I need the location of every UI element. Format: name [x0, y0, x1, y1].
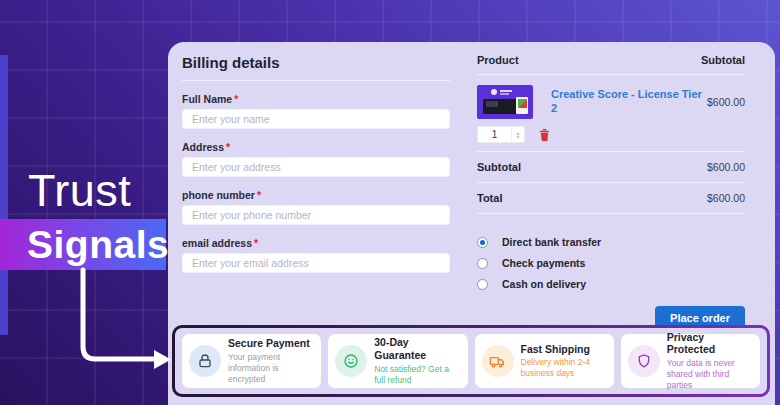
- smiley-icon: [335, 345, 367, 377]
- product-thumbnail: [477, 85, 533, 119]
- phone-label-text: phone number: [182, 189, 255, 201]
- full-name-label: Full Name*: [182, 93, 450, 105]
- quantity-row: 1 ▲ ▼: [477, 126, 745, 143]
- trust-card-title: Fast Shipping: [521, 343, 607, 356]
- spinner-down-icon[interactable]: ▼: [516, 135, 521, 139]
- billing-divider: [182, 80, 450, 81]
- lock-icon: [189, 345, 221, 377]
- subtotal-column-header: Subtotal: [701, 54, 745, 66]
- shield-icon: [628, 345, 660, 377]
- thumbnail-logo-icon: [491, 89, 497, 95]
- radio-unselected-icon[interactable]: [477, 279, 488, 290]
- email-field-group: email address*: [182, 237, 450, 273]
- payment-option-check-payments[interactable]: Check payments: [477, 257, 745, 269]
- subtotal-label: Subtotal: [477, 161, 521, 173]
- trust-card-secure-payment: Secure Payment Your payment information …: [182, 334, 321, 388]
- billing-heading: Billing details: [182, 54, 450, 71]
- required-asterisk: *: [234, 93, 238, 105]
- radio-selected-icon[interactable]: [477, 237, 488, 248]
- thumbnail-side-card-image: [518, 99, 527, 108]
- email-label-text: email address: [182, 237, 252, 249]
- trust-card-title: Secure Payment: [228, 337, 314, 350]
- quantity-value[interactable]: 1: [478, 127, 511, 142]
- trust-signals-inner: Secure Payment Your payment information …: [175, 328, 767, 394]
- address-label-text: Address: [182, 141, 224, 153]
- address-field-group: Address*: [182, 141, 450, 177]
- address-input[interactable]: [182, 157, 450, 177]
- trust-signals-strip: Secure Payment Your payment information …: [172, 325, 770, 397]
- payment-option-cash-on-delivery[interactable]: Cash on delivery: [477, 278, 745, 290]
- payment-option-label: Check payments: [502, 257, 585, 269]
- order-divider: [477, 213, 745, 214]
- product-price: $600.00: [707, 96, 745, 108]
- required-asterisk: *: [226, 141, 230, 153]
- quantity-stepper[interactable]: 1 ▲ ▼: [477, 126, 525, 143]
- phone-label: phone number*: [182, 189, 450, 201]
- full-name-input[interactable]: [182, 109, 450, 129]
- trust-card-subtitle: Your data is never shared with third par…: [667, 358, 753, 391]
- trust-card-title: Privacy Protected: [667, 331, 753, 356]
- trust-card-guarantee: 30-Day Guarantee Not satisfied? Get a fu…: [328, 334, 467, 388]
- quantity-spinner-arrows[interactable]: ▲ ▼: [511, 127, 524, 142]
- total-label: Total: [477, 192, 502, 204]
- product-name-link[interactable]: Creative Score - License Tier 2: [551, 88, 707, 116]
- remove-item-trash-icon[interactable]: [539, 128, 550, 141]
- trust-card-title: 30-Day Guarantee: [374, 336, 460, 361]
- full-name-label-text: Full Name: [182, 93, 232, 105]
- truck-icon: [482, 345, 514, 377]
- full-name-field-group: Full Name*: [182, 93, 450, 129]
- phone-field-group: phone number*: [182, 189, 450, 225]
- required-asterisk: *: [257, 189, 261, 201]
- payment-option-direct-bank-transfer[interactable]: Direct bank transfer: [477, 236, 745, 248]
- payment-methods-group: Direct bank transfer Check payments Cash…: [477, 236, 745, 290]
- hero-gradient-band: Signals: [0, 219, 166, 270]
- email-input[interactable]: [182, 253, 450, 273]
- left-edge-accent-bar: [0, 55, 8, 335]
- radio-unselected-icon[interactable]: [477, 258, 488, 269]
- total-row: Total $600.00: [477, 183, 745, 213]
- order-summary-section: Product Subtotal Creative Score - Licens…: [477, 54, 745, 330]
- product-column-header: Product: [477, 54, 519, 66]
- phone-input[interactable]: [182, 205, 450, 225]
- trust-card-subtitle: Your payment information is encrypted: [228, 352, 314, 385]
- trust-card-subtitle: Delivery within 2-4 business days: [521, 357, 607, 379]
- thumbnail-logo-text: [500, 93, 509, 95]
- total-value: $600.00: [707, 192, 745, 204]
- thumbnail-logo-text: [500, 90, 512, 92]
- trust-card-subtitle: Not satisfied? Get a full refund: [374, 364, 460, 386]
- thumbnail-product-box-detail: [486, 101, 498, 107]
- address-label: Address*: [182, 141, 450, 153]
- order-divider: [477, 74, 745, 75]
- hero-title-line1: Trust: [28, 168, 131, 213]
- product-row: Creative Score - License Tier 2 $600.00: [477, 85, 745, 119]
- billing-details-section: Billing details Full Name* Address* phon…: [182, 54, 450, 273]
- subtotal-row: Subtotal $600.00: [477, 152, 745, 182]
- trust-card-privacy: Privacy Protected Your data is never sha…: [621, 334, 760, 388]
- payment-option-label: Cash on delivery: [502, 278, 586, 290]
- required-asterisk: *: [254, 237, 258, 249]
- email-label: email address*: [182, 237, 450, 249]
- payment-option-label: Direct bank transfer: [502, 236, 601, 248]
- hero-title-line2: Signals: [0, 223, 169, 267]
- subtotal-value: $600.00: [707, 161, 745, 173]
- trust-card-fast-shipping: Fast Shipping Delivery within 2-4 busine…: [475, 334, 614, 388]
